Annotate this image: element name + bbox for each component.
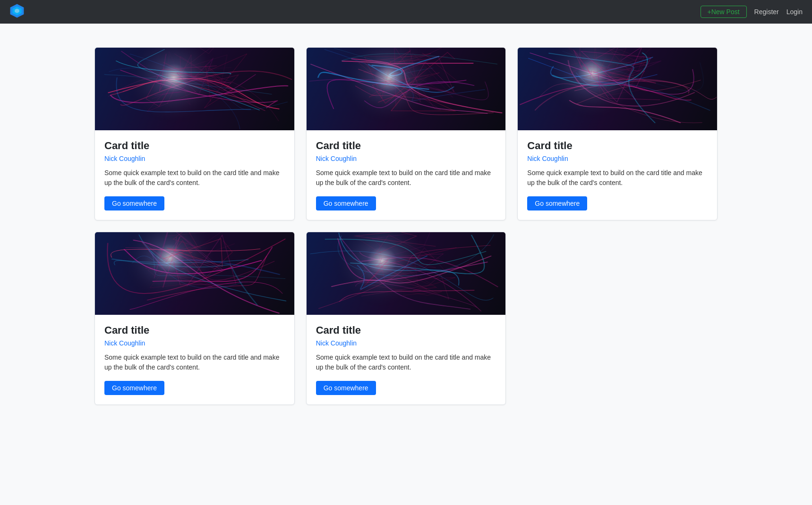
new-post-button[interactable]: +New Post [701,6,747,18]
card-title: Card title [316,324,496,337]
card: Card title Nick Coughlin Some quick exam… [94,47,295,220]
card-text: Some quick example text to build on the … [104,168,285,188]
card-image-canvas [518,48,717,130]
card-image-canvas [307,48,506,130]
card-text: Some quick example text to build on the … [316,353,496,372]
card-image [95,232,294,315]
card-body: Card title Nick Coughlin Some quick exam… [95,315,294,404]
card-author: Nick Coughlin [316,339,496,347]
card-author: Nick Coughlin [104,155,285,162]
card-text: Some quick example text to build on the … [316,168,496,188]
go-somewhere-button[interactable]: Go somewhere [316,381,376,395]
card-image [307,48,506,130]
card-title: Card title [316,140,496,152]
navbar-right: +New Post Register Login [701,6,803,18]
go-somewhere-button[interactable]: Go somewhere [316,196,376,210]
card-image [307,232,506,315]
card-body: Card title Nick Coughlin Some quick exam… [307,130,506,220]
card-author: Nick Coughlin [316,155,496,162]
go-somewhere-button[interactable]: Go somewhere [527,196,587,210]
card-text: Some quick example text to build on the … [104,353,285,372]
register-link[interactable]: Register [754,8,779,16]
card-title: Card title [104,140,285,152]
card-title: Card title [527,140,708,152]
card-image [518,48,717,130]
card: Card title Nick Coughlin Some quick exam… [94,232,295,405]
logo-container [9,3,25,20]
go-somewhere-button[interactable]: Go somewhere [104,381,164,395]
card-title: Card title [104,324,285,337]
card-author: Nick Coughlin [527,155,708,162]
login-link[interactable]: Login [786,8,803,16]
card-grid: Card title Nick Coughlin Some quick exam… [94,47,718,405]
card-body: Card title Nick Coughlin Some quick exam… [95,130,294,220]
card-image-canvas [307,232,506,315]
card-body: Card title Nick Coughlin Some quick exam… [307,315,506,404]
card-author: Nick Coughlin [104,339,285,347]
card-body: Card title Nick Coughlin Some quick exam… [518,130,717,220]
navbar: +New Post Register Login [0,0,812,24]
card-image-canvas [95,232,294,315]
go-somewhere-button[interactable]: Go somewhere [104,196,164,210]
card-image-canvas [95,48,294,130]
card-text: Some quick example text to build on the … [527,168,708,188]
card: Card title Nick Coughlin Some quick exam… [517,47,718,220]
card: Card title Nick Coughlin Some quick exam… [306,232,506,405]
card-image [95,48,294,130]
main-content: Card title Nick Coughlin Some quick exam… [0,24,812,429]
logo-icon [9,3,25,18]
card: Card title Nick Coughlin Some quick exam… [306,47,506,220]
